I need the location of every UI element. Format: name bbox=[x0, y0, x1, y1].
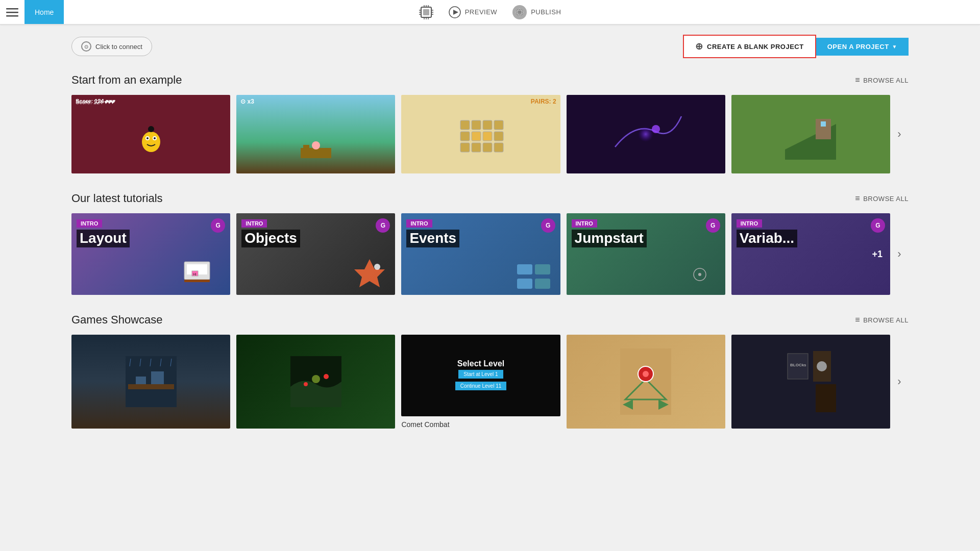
showcase-card-blocks[interactable]: BLOCks It's Bleck M... bbox=[731, 335, 890, 429]
showcase-card-lost-dog[interactable]: The Lost Dog's Frienshi... bbox=[71, 335, 230, 429]
showcase-browse-all-icon: ≡ bbox=[855, 315, 860, 324]
comet-btn2: Continue Level 11 bbox=[455, 382, 507, 390]
svg-point-22 bbox=[142, 132, 160, 152]
examples-cards-row: Score: 124 ♥♥♥ Geometry monster bbox=[71, 95, 909, 173]
intro-title-objects: Objects bbox=[241, 230, 300, 247]
tutorial-card-layout[interactable]: Intro Layout G Hi bbox=[71, 213, 230, 295]
examples-next-arrow[interactable]: › bbox=[890, 95, 909, 173]
connect-button[interactable]: ⊙ Click to connect bbox=[71, 37, 152, 56]
header-actions: ⊙ Click to connect ⊕ CREATE A BLANK PROJ… bbox=[71, 35, 909, 58]
preview-button[interactable]: PREVIEW bbox=[449, 6, 497, 18]
tutorials-next-arrow[interactable]: › bbox=[890, 213, 909, 295]
tutorials-title: Our latest tutorials bbox=[71, 192, 163, 205]
showcase-card-oshi[interactable]: Oshi's Journey bbox=[236, 335, 395, 429]
intro-tag-jumpstart: Intro bbox=[572, 219, 597, 228]
intro-tag-layout: Intro bbox=[77, 219, 102, 228]
examples-cards: Score: 124 ♥♥♥ Geometry monster bbox=[71, 95, 890, 173]
intro-tag-variables: Intro bbox=[737, 219, 762, 228]
preview-label: PREVIEW bbox=[465, 8, 497, 16]
comet-btn1: Start at Level 1 bbox=[458, 370, 503, 379]
intro-tag-objects: Intro bbox=[241, 219, 267, 228]
gdevelop-logo-variables: G bbox=[871, 218, 885, 233]
thumb-oshi bbox=[236, 335, 395, 429]
open-project-button[interactable]: OPEN A PROJECT ▼ bbox=[816, 38, 909, 56]
intro-label-jumpstart: Intro Jumpstart bbox=[572, 218, 647, 247]
home-tab[interactable]: Home bbox=[24, 0, 64, 24]
tutorials-cards: Intro Layout G Hi bbox=[71, 213, 890, 295]
svg-point-73 bbox=[304, 382, 308, 386]
showcase-title: Games Showcase bbox=[71, 313, 163, 327]
svg-rect-48 bbox=[821, 121, 826, 127]
showcase-card-comet[interactable]: Select Level Start at Level 1 Continue L… bbox=[401, 335, 560, 429]
svg-point-26 bbox=[154, 137, 156, 139]
tutorial-card-jumpstart[interactable]: Intro Jumpstart G bbox=[567, 213, 725, 295]
svg-rect-33 bbox=[483, 120, 492, 130]
svg-rect-2 bbox=[6, 15, 18, 17]
svg-rect-29 bbox=[303, 145, 309, 151]
tutorial-card-events[interactable]: Intro Events G bbox=[401, 213, 560, 295]
tutorial-card-objects[interactable]: Intro Objects G bbox=[236, 213, 395, 295]
connect-icon: ⊙ bbox=[81, 41, 91, 52]
showcase-cards: The Lost Dog's Frienshi... Oshi's Journ bbox=[71, 335, 890, 429]
svg-rect-4 bbox=[423, 9, 429, 15]
thumb-variables: Intro Variab... G +1 bbox=[731, 213, 890, 295]
chevron-down-icon: ▼ bbox=[892, 44, 897, 49]
thumb-blocks: BLOCks bbox=[731, 335, 890, 429]
svg-rect-38 bbox=[494, 132, 503, 141]
svg-rect-32 bbox=[472, 120, 481, 130]
thumb-platformer: ⊙ x3 bbox=[236, 95, 395, 173]
svg-rect-36 bbox=[472, 132, 481, 141]
showcase-header: Games Showcase ≡ BROWSE ALL bbox=[71, 313, 909, 327]
svg-rect-37 bbox=[483, 132, 492, 141]
example-card-downhill[interactable]: Downhill bik... bbox=[731, 95, 890, 173]
example-card-particle[interactable]: Particle effects demo bbox=[567, 95, 725, 173]
thumb-particle bbox=[567, 95, 725, 173]
plus-icon: ⊕ bbox=[695, 41, 703, 52]
tutorials-cards-row: Intro Layout G Hi bbox=[71, 213, 909, 295]
tutorials-browse-all[interactable]: ≡ BROWSE ALL bbox=[855, 194, 909, 203]
showcase-section: Games Showcase ≡ BROWSE ALL bbox=[71, 313, 909, 429]
svg-point-61 bbox=[698, 273, 701, 276]
intro-title-layout: Layout bbox=[77, 230, 130, 247]
svg-rect-0 bbox=[6, 8, 18, 10]
svg-point-19 bbox=[516, 9, 523, 16]
example-card-pairs[interactable]: PAIRS: 2 bbox=[401, 95, 560, 173]
showcase-cards-row: The Lost Dog's Frienshi... Oshi's Journ bbox=[71, 335, 909, 429]
processor-icon-area bbox=[419, 5, 433, 19]
svg-point-30 bbox=[312, 141, 320, 149]
svg-point-85 bbox=[817, 361, 827, 371]
svg-point-78 bbox=[643, 371, 649, 377]
example-card-geometry[interactable]: Score: 124 ♥♥♥ Geometry monster bbox=[71, 95, 230, 173]
thumb-lost-dog bbox=[71, 335, 230, 429]
create-blank-button[interactable]: ⊕ CREATE A BLANK PROJECT bbox=[683, 35, 816, 58]
showcase-card-pinball[interactable]: Pinball 2D bbox=[567, 335, 725, 429]
svg-rect-57 bbox=[535, 264, 550, 274]
comet-select-level: Select Level bbox=[457, 359, 505, 368]
top-bar-left: Home bbox=[0, 0, 64, 24]
svg-point-55 bbox=[374, 264, 380, 270]
thumb-geometry: Score: 124 ♥♥♥ bbox=[71, 95, 230, 173]
svg-rect-51 bbox=[184, 280, 210, 282]
gdevelop-logo-events: G bbox=[541, 218, 555, 233]
create-blank-label: CREATE A BLANK PROJECT bbox=[707, 43, 804, 51]
menu-icon[interactable] bbox=[0, 0, 24, 24]
thumb-pairs: PAIRS: 2 bbox=[401, 95, 560, 173]
thumb-downhill bbox=[731, 95, 890, 173]
connect-label: Click to connect bbox=[95, 43, 142, 51]
intro-tag-events: Intro bbox=[406, 219, 432, 228]
open-project-label: OPEN A PROJECT bbox=[827, 43, 889, 51]
svg-point-27 bbox=[148, 126, 154, 132]
intro-title-events: Events bbox=[406, 230, 459, 247]
svg-rect-39 bbox=[460, 143, 470, 152]
tutorial-card-variables[interactable]: Intro Variab... G +1 bbox=[731, 213, 890, 295]
thumb-jumpstart: Intro Jumpstart G bbox=[567, 213, 725, 295]
publish-button[interactable]: PUBLISH bbox=[512, 5, 561, 19]
intro-title-variables: Variab... bbox=[737, 230, 797, 247]
thumb-pinball bbox=[567, 335, 725, 429]
showcase-next-arrow[interactable]: › bbox=[890, 335, 909, 429]
examples-browse-all-label: BROWSE ALL bbox=[863, 77, 909, 84]
showcase-browse-all[interactable]: ≡ BROWSE ALL bbox=[855, 315, 909, 324]
examples-browse-all[interactable]: ≡ BROWSE ALL bbox=[855, 76, 909, 85]
svg-point-72 bbox=[312, 375, 320, 383]
example-card-platformer[interactable]: ⊙ x3 Platformer bbox=[236, 95, 395, 173]
